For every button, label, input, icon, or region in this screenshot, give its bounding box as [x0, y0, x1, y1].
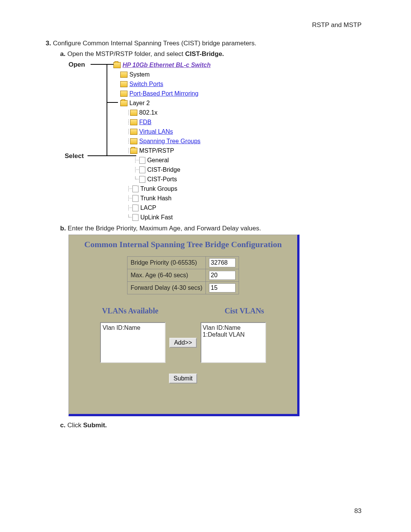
cist-form-panel: Common Internal Spanning Tree Bridge Con… — [68, 235, 299, 416]
folder-icon — [120, 91, 127, 97]
fwd-delay-label: Forward Delay (4-30 secs) — [127, 282, 206, 294]
param-table: Bridge Priority (0-65535) Max. Age (6-40… — [127, 256, 239, 294]
tree-label: General — [147, 155, 169, 165]
list-item: Vlan ID:Name — [203, 324, 264, 331]
tree-switch-ports[interactable]: Switch Ports — [120, 79, 210, 89]
tree-label: MSTP/RSTP — [139, 146, 174, 155]
tree-label: System — [129, 70, 150, 79]
folder-open-icon — [130, 148, 137, 154]
folder-icon — [130, 138, 137, 144]
tree-stg[interactable]: ┊Spanning Tree Groups — [127, 136, 210, 146]
folder-icon — [120, 72, 127, 78]
max-age-label: Max. Age (6-40 secs) — [127, 269, 206, 282]
step-3a: a. Open the MSTP/RSTP folder, and select… — [60, 50, 362, 58]
tree-label: CIST-Ports — [147, 174, 177, 184]
doc-icon — [132, 185, 139, 192]
doc-icon — [139, 166, 145, 173]
folder-icon — [130, 119, 137, 125]
tree-dots: ┊ — [127, 146, 129, 155]
vlans-available-list[interactable]: Vlan ID:Name — [100, 322, 166, 363]
tree-system[interactable]: System — [120, 70, 210, 79]
tree-dots: ┊┈ — [127, 184, 132, 193]
doc-icon — [132, 214, 139, 221]
list-item: 1:Default VLAN — [203, 331, 264, 338]
form-title: Common Internal Spanning Tree Bridge Con… — [69, 235, 297, 256]
tree-label: Port-Based Port Mirroring — [129, 89, 198, 98]
tree-dots: └┈ — [127, 212, 132, 222]
step-3b-text: Enter the Bridge Priority, Maximum Age, … — [68, 225, 261, 232]
tree-dots: ┊ — [127, 117, 129, 127]
select-label: Select — [65, 152, 84, 160]
tree-dots: ┊┈ — [134, 155, 139, 165]
step-3: 3. Configure Common Internal Spanning Tr… — [46, 40, 362, 47]
tree-label: LACP — [140, 203, 156, 212]
tree-general[interactable]: ┊┈General — [134, 155, 210, 165]
open-arrow — [91, 64, 113, 65]
folder-open-icon — [113, 62, 121, 68]
step-3-num: 3. — [46, 40, 51, 47]
tree-vlans[interactable]: ┊Virtual LANs — [127, 127, 210, 136]
tree-label: Spanning Tree Groups — [139, 136, 201, 146]
tree-uplink[interactable]: └┈UpLink Fast — [127, 212, 210, 222]
tree-dots: ┊┈ — [127, 203, 132, 212]
doc-icon — [132, 195, 139, 202]
step-3b-label: b. — [60, 225, 66, 232]
tree-mstp[interactable]: ┊MSTP/RSTP — [127, 146, 210, 155]
tree-cist-bridge[interactable]: ┊┈CIST-Bridge — [134, 165, 210, 174]
tree-label: UpLink Fast — [140, 212, 173, 222]
tree-trunk-hash[interactable]: ┊┈Trunk Hash — [127, 193, 210, 203]
section-header: RSTP and MSTP — [312, 21, 362, 29]
tree-dots: ┊ — [127, 136, 129, 146]
folder-icon — [130, 129, 137, 135]
tree-dots: ┊ — [127, 108, 129, 117]
tree-fdb[interactable]: ┊FDB — [127, 117, 210, 127]
cist-vlans-list[interactable]: Vlan ID:Name 1:Default VLAN — [201, 322, 266, 363]
list-item: Vlan ID:Name — [102, 324, 163, 331]
tree-label: 802.1x — [139, 108, 158, 117]
doc-icon — [139, 157, 145, 164]
open-label: Open — [68, 61, 85, 69]
tree-label: Layer 2 — [129, 98, 150, 108]
tree-label: Trunk Hash — [140, 193, 172, 203]
tree-port-mirror[interactable]: Port-Based Port Mirroring — [120, 89, 210, 98]
step-3c-label: c. — [60, 422, 65, 429]
step-3a-bold: CIST-Bridge. — [185, 50, 224, 58]
cist-vlans-header: Cist VLANs — [225, 307, 264, 315]
folder-open-icon — [120, 100, 127, 106]
tree-dots: ┊ — [127, 127, 129, 136]
tree-lacp[interactable]: ┊┈LACP — [127, 203, 210, 212]
tree-label: Trunk Groups — [140, 184, 177, 193]
max-age-input[interactable] — [209, 271, 236, 280]
add-button[interactable]: Add>> — [169, 338, 196, 348]
bridge-priority-input[interactable] — [209, 258, 236, 267]
folder-icon — [120, 81, 127, 87]
callout-vline — [107, 64, 107, 155]
step-3-text: Configure Common Internal Spanning Trees… — [53, 40, 256, 47]
step-3a-text: Open the MSTP/RSTP folder, and select — [67, 50, 185, 58]
step-3a-label: a. — [60, 50, 65, 58]
fwd-delay-input[interactable] — [209, 283, 236, 292]
tree-8021x[interactable]: ┊802.1x — [127, 108, 210, 117]
step-3c-bold: Submit. — [83, 422, 107, 429]
doc-icon — [139, 176, 145, 183]
tree-diagram: Open Select HP 10Gb Ethernet BL-c Switch… — [68, 60, 282, 220]
vlans-available-header: VLANs Available — [102, 307, 158, 315]
tree-label: FDB — [139, 117, 151, 127]
tree-label: CIST-Bridge — [147, 165, 180, 174]
tree-dots: └┈ — [134, 174, 139, 184]
step-3c-text: Click — [67, 422, 83, 429]
tree-layer2[interactable]: Layer 2 — [120, 98, 210, 108]
tree-trunk-groups[interactable]: ┊┈Trunk Groups — [127, 184, 210, 193]
step-3b: b. Enter the Bridge Priority, Maximum Ag… — [60, 225, 362, 232]
submit-button[interactable]: Submit — [169, 374, 197, 383]
bridge-priority-label: Bridge Priority (0-65535) — [127, 257, 206, 269]
tree-label: Switch Ports — [129, 79, 163, 89]
tree-cist-ports[interactable]: └┈CIST-Ports — [134, 174, 210, 184]
step-3c: c. Click Submit. — [60, 422, 362, 429]
tree-label: Virtual LANs — [139, 127, 173, 136]
folder-icon — [130, 110, 137, 116]
tree-root-label: HP 10Gb Ethernet BL-c Switch — [123, 60, 210, 70]
tree-root[interactable]: HP 10Gb Ethernet BL-c Switch — [113, 60, 210, 70]
tree-dots: ┊┈ — [134, 165, 139, 174]
page-number: 83 — [354, 507, 362, 515]
